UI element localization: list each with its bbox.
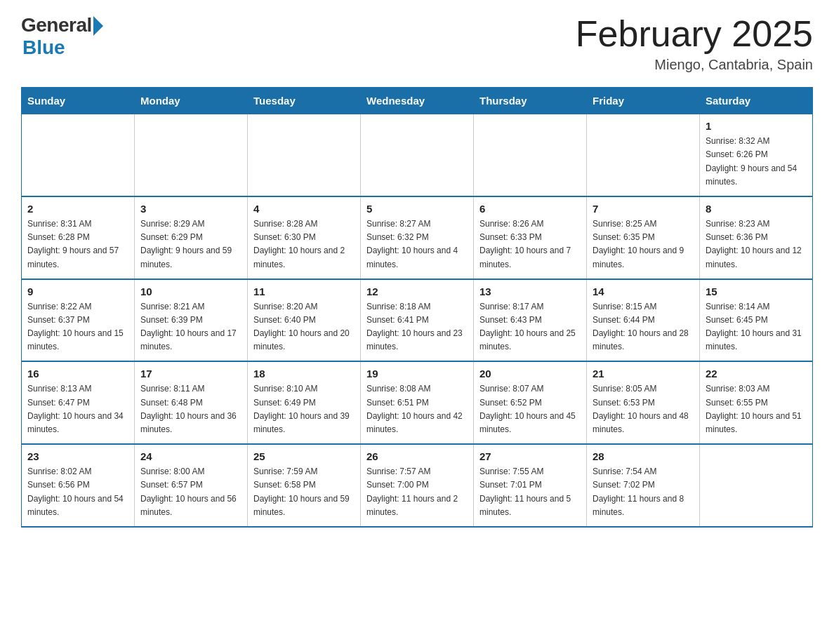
calendar-cell: 5Sunrise: 8:27 AMSunset: 6:32 PMDaylight… bbox=[361, 196, 474, 279]
weekday-header-row: SundayMondayTuesdayWednesdayThursdayFrid… bbox=[22, 88, 813, 114]
day-info: Sunrise: 8:15 AMSunset: 6:44 PMDaylight:… bbox=[593, 300, 694, 354]
day-info: Sunrise: 8:05 AMSunset: 6:53 PMDaylight:… bbox=[593, 382, 694, 436]
weekday-header-saturday: Saturday bbox=[700, 88, 813, 114]
calendar-cell: 25Sunrise: 7:59 AMSunset: 6:58 PMDayligh… bbox=[248, 444, 361, 527]
day-info: Sunrise: 8:03 AMSunset: 6:55 PMDaylight:… bbox=[706, 382, 807, 436]
calendar-cell: 23Sunrise: 8:02 AMSunset: 6:56 PMDayligh… bbox=[22, 444, 135, 527]
day-number: 13 bbox=[479, 286, 581, 297]
calendar-cell bbox=[474, 114, 587, 196]
day-number: 3 bbox=[140, 203, 241, 215]
day-number: 19 bbox=[366, 368, 468, 380]
day-number: 21 bbox=[593, 368, 694, 380]
day-info: Sunrise: 8:22 AMSunset: 6:37 PMDaylight:… bbox=[27, 300, 128, 354]
weekday-header-thursday: Thursday bbox=[474, 88, 587, 114]
calendar-cell: 9Sunrise: 8:22 AMSunset: 6:37 PMDaylight… bbox=[22, 279, 135, 362]
calendar-cell: 22Sunrise: 8:03 AMSunset: 6:55 PMDayligh… bbox=[700, 361, 813, 444]
day-number: 11 bbox=[253, 286, 355, 297]
calendar-cell: 21Sunrise: 8:05 AMSunset: 6:53 PMDayligh… bbox=[587, 361, 700, 444]
calendar-cell: 10Sunrise: 8:21 AMSunset: 6:39 PMDayligh… bbox=[135, 279, 248, 362]
day-number: 9 bbox=[27, 286, 128, 297]
day-number: 10 bbox=[140, 286, 241, 297]
weekday-header-monday: Monday bbox=[135, 88, 248, 114]
day-info: Sunrise: 8:08 AMSunset: 6:51 PMDaylight:… bbox=[366, 382, 468, 436]
calendar-cell bbox=[135, 114, 248, 196]
day-number: 22 bbox=[706, 368, 807, 380]
calendar-cell bbox=[248, 114, 361, 196]
day-number: 8 bbox=[706, 203, 807, 215]
weekday-header-friday: Friday bbox=[587, 88, 700, 114]
day-info: Sunrise: 8:32 AMSunset: 6:26 PMDaylight:… bbox=[706, 135, 807, 189]
day-info: Sunrise: 7:55 AMSunset: 7:01 PMDaylight:… bbox=[479, 465, 581, 519]
day-number: 16 bbox=[27, 368, 128, 380]
day-number: 4 bbox=[253, 203, 355, 215]
calendar-cell bbox=[361, 114, 474, 196]
calendar-cell: 19Sunrise: 8:08 AMSunset: 6:51 PMDayligh… bbox=[361, 361, 474, 444]
day-info: Sunrise: 8:14 AMSunset: 6:45 PMDaylight:… bbox=[706, 300, 807, 354]
calendar-row: 16Sunrise: 8:13 AMSunset: 6:47 PMDayligh… bbox=[22, 361, 813, 444]
day-info: Sunrise: 7:54 AMSunset: 7:02 PMDaylight:… bbox=[593, 465, 694, 519]
day-info: Sunrise: 8:17 AMSunset: 6:43 PMDaylight:… bbox=[479, 300, 581, 354]
day-number: 23 bbox=[27, 450, 128, 462]
day-info: Sunrise: 7:57 AMSunset: 7:00 PMDaylight:… bbox=[366, 465, 468, 519]
calendar-cell: 20Sunrise: 8:07 AMSunset: 6:52 PMDayligh… bbox=[474, 361, 587, 444]
day-number: 27 bbox=[479, 450, 581, 462]
calendar-cell: 1Sunrise: 8:32 AMSunset: 6:26 PMDaylight… bbox=[700, 114, 813, 196]
calendar-cell bbox=[587, 114, 700, 196]
calendar-row: 9Sunrise: 8:22 AMSunset: 6:37 PMDaylight… bbox=[22, 279, 813, 362]
calendar-cell bbox=[700, 444, 813, 527]
day-info: Sunrise: 8:07 AMSunset: 6:52 PMDaylight:… bbox=[479, 382, 581, 436]
calendar-cell: 27Sunrise: 7:55 AMSunset: 7:01 PMDayligh… bbox=[474, 444, 587, 527]
day-number: 26 bbox=[366, 450, 468, 462]
logo: General Blue bbox=[21, 14, 103, 59]
weekday-header-sunday: Sunday bbox=[22, 88, 135, 114]
day-info: Sunrise: 8:29 AMSunset: 6:29 PMDaylight:… bbox=[140, 217, 241, 271]
day-info: Sunrise: 7:59 AMSunset: 6:58 PMDaylight:… bbox=[253, 465, 355, 519]
day-number: 1 bbox=[706, 120, 807, 132]
page-header: General Blue February 2025 Miengo, Canta… bbox=[21, 14, 813, 73]
calendar-cell: 17Sunrise: 8:11 AMSunset: 6:48 PMDayligh… bbox=[135, 361, 248, 444]
day-number: 2 bbox=[27, 203, 128, 215]
calendar-row: 1Sunrise: 8:32 AMSunset: 6:26 PMDaylight… bbox=[22, 114, 813, 196]
day-number: 17 bbox=[140, 368, 241, 380]
day-number: 7 bbox=[593, 203, 694, 215]
day-number: 25 bbox=[253, 450, 355, 462]
day-info: Sunrise: 8:26 AMSunset: 6:33 PMDaylight:… bbox=[479, 217, 581, 271]
day-info: Sunrise: 8:21 AMSunset: 6:39 PMDaylight:… bbox=[140, 300, 241, 354]
calendar-cell: 8Sunrise: 8:23 AMSunset: 6:36 PMDaylight… bbox=[700, 196, 813, 279]
day-number: 24 bbox=[140, 450, 241, 462]
day-number: 15 bbox=[706, 286, 807, 297]
day-number: 12 bbox=[366, 286, 468, 297]
calendar-cell: 24Sunrise: 8:00 AMSunset: 6:57 PMDayligh… bbox=[135, 444, 248, 527]
calendar-cell: 14Sunrise: 8:15 AMSunset: 6:44 PMDayligh… bbox=[587, 279, 700, 362]
calendar-table: SundayMondayTuesdayWednesdayThursdayFrid… bbox=[21, 87, 813, 528]
day-info: Sunrise: 8:02 AMSunset: 6:56 PMDaylight:… bbox=[27, 465, 128, 519]
calendar-title-block: February 2025 Miengo, Cantabria, Spain bbox=[576, 14, 813, 73]
logo-arrow-icon bbox=[93, 16, 103, 36]
day-info: Sunrise: 8:31 AMSunset: 6:28 PMDaylight:… bbox=[27, 217, 128, 271]
day-number: 14 bbox=[593, 286, 694, 297]
calendar-cell: 15Sunrise: 8:14 AMSunset: 6:45 PMDayligh… bbox=[700, 279, 813, 362]
logo-blue-text: Blue bbox=[22, 36, 65, 59]
day-info: Sunrise: 8:28 AMSunset: 6:30 PMDaylight:… bbox=[253, 217, 355, 271]
day-info: Sunrise: 8:00 AMSunset: 6:57 PMDaylight:… bbox=[140, 465, 241, 519]
calendar-cell: 26Sunrise: 7:57 AMSunset: 7:00 PMDayligh… bbox=[361, 444, 474, 527]
calendar-cell: 6Sunrise: 8:26 AMSunset: 6:33 PMDaylight… bbox=[474, 196, 587, 279]
day-number: 28 bbox=[593, 450, 694, 462]
day-info: Sunrise: 8:11 AMSunset: 6:48 PMDaylight:… bbox=[140, 382, 241, 436]
calendar-cell: 28Sunrise: 7:54 AMSunset: 7:02 PMDayligh… bbox=[587, 444, 700, 527]
day-number: 18 bbox=[253, 368, 355, 380]
logo-general-text: General bbox=[21, 14, 92, 36]
calendar-row: 23Sunrise: 8:02 AMSunset: 6:56 PMDayligh… bbox=[22, 444, 813, 527]
weekday-header-wednesday: Wednesday bbox=[361, 88, 474, 114]
day-info: Sunrise: 8:25 AMSunset: 6:35 PMDaylight:… bbox=[593, 217, 694, 271]
day-info: Sunrise: 8:23 AMSunset: 6:36 PMDaylight:… bbox=[706, 217, 807, 271]
day-number: 20 bbox=[479, 368, 581, 380]
calendar-title: February 2025 bbox=[576, 14, 813, 54]
calendar-cell: 16Sunrise: 8:13 AMSunset: 6:47 PMDayligh… bbox=[22, 361, 135, 444]
day-info: Sunrise: 8:10 AMSunset: 6:49 PMDaylight:… bbox=[253, 382, 355, 436]
weekday-header-tuesday: Tuesday bbox=[248, 88, 361, 114]
day-info: Sunrise: 8:27 AMSunset: 6:32 PMDaylight:… bbox=[366, 217, 468, 271]
day-number: 6 bbox=[479, 203, 581, 215]
calendar-cell: 13Sunrise: 8:17 AMSunset: 6:43 PMDayligh… bbox=[474, 279, 587, 362]
calendar-cell: 4Sunrise: 8:28 AMSunset: 6:30 PMDaylight… bbox=[248, 196, 361, 279]
